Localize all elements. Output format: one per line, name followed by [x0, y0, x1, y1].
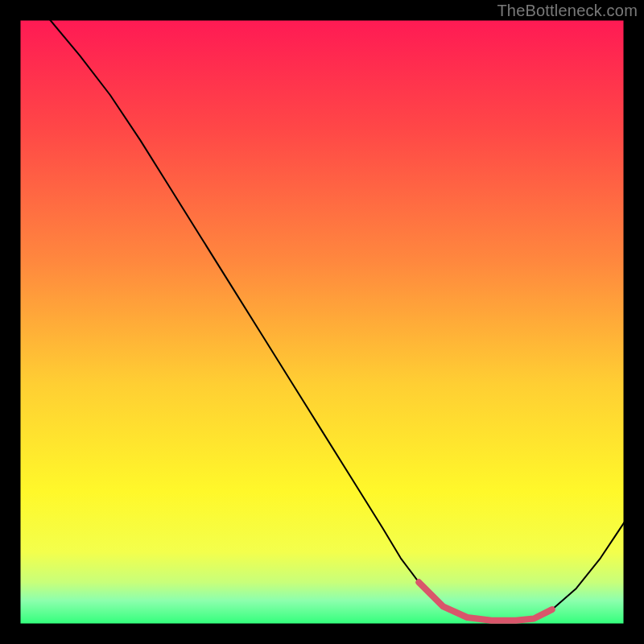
watermark-text: TheBottleneck.com [497, 2, 638, 20]
bottleneck-chart [19, 19, 625, 625]
chart-stage: TheBottleneck.com [0, 0, 644, 644]
plot-background [19, 19, 625, 625]
